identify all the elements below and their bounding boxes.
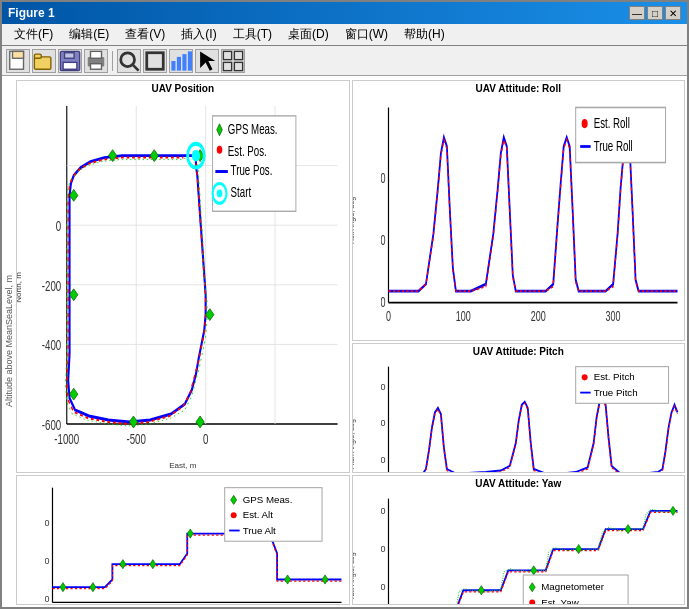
- layout-button[interactable]: [221, 49, 245, 73]
- svg-marker-98: [90, 582, 96, 591]
- svg-marker-126: [530, 566, 536, 575]
- svg-point-69: [581, 119, 587, 128]
- plot-altitude: Altitude, m Time, s 100 150 200 0 100 20…: [16, 475, 350, 605]
- plot-position-title: UAV Position: [17, 81, 349, 94]
- svg-text:Magnetometer: Magnetometer: [541, 581, 604, 592]
- svg-text:200: 200: [530, 308, 545, 323]
- svg-point-52: [217, 146, 223, 154]
- svg-rect-8: [91, 51, 102, 58]
- svg-text:Est. Pos.: Est. Pos.: [228, 143, 267, 159]
- minimize-button[interactable]: —: [629, 6, 645, 20]
- save-button[interactable]: [58, 49, 82, 73]
- window-title: Figure 1: [8, 6, 55, 20]
- svg-point-84: [581, 374, 587, 380]
- toolbar: [2, 46, 687, 76]
- svg-rect-9: [91, 63, 102, 69]
- svg-point-109: [231, 512, 237, 518]
- title-bar: Figure 1 — □ ✕: [2, 2, 687, 24]
- chart-button[interactable]: [169, 49, 193, 73]
- svg-marker-104: [285, 575, 291, 584]
- window-controls: — □ ✕: [629, 6, 681, 20]
- svg-rect-20: [223, 62, 231, 70]
- open-button[interactable]: [32, 49, 56, 73]
- svg-marker-97: [60, 582, 66, 591]
- svg-marker-40: [70, 289, 78, 301]
- svg-point-57: [217, 189, 223, 197]
- svg-point-10: [121, 52, 135, 66]
- menu-window[interactable]: 窗口(W): [337, 24, 396, 45]
- svg-text:Start: Start: [231, 185, 252, 201]
- roll-ylabel: Roll Angle, deg: [352, 197, 355, 244]
- svg-text:GPS Meas.: GPS Meas.: [228, 121, 278, 137]
- menu-tools[interactable]: 工具(T): [225, 24, 280, 45]
- svg-marker-46: [108, 150, 116, 162]
- svg-text:0: 0: [381, 294, 385, 309]
- svg-rect-19: [234, 51, 242, 59]
- alt-svg: 100 150 200 0 100 200 300: [45, 480, 345, 605]
- menu-bar: 文件(F) 编辑(E) 查看(V) 插入(I) 工具(T) 桌面(D) 窗口(W…: [2, 24, 687, 46]
- svg-text:-200: -200: [42, 278, 62, 294]
- svg-text:40: 40: [381, 170, 385, 185]
- svg-rect-13: [171, 61, 175, 71]
- svg-text:-400: -400: [42, 338, 62, 354]
- svg-text:0: 0: [56, 218, 62, 234]
- svg-rect-18: [223, 51, 231, 59]
- svg-text:200: 200: [381, 506, 385, 516]
- svg-rect-15: [182, 54, 186, 71]
- svg-text:30: 30: [381, 381, 385, 391]
- svg-text:True Pitch: True Pitch: [593, 386, 637, 397]
- figure-area: Altitude above MeanSeaLevel, m UAV Posit…: [2, 76, 687, 607]
- svg-line-11: [133, 65, 139, 71]
- pitch-ylabel: Pitch Angle, deg: [352, 419, 355, 470]
- plot-yaw-title: UAV Attitude: Yaw: [353, 476, 685, 489]
- menu-desktop[interactable]: 桌面(D): [280, 24, 337, 45]
- position-xlabel: East, m: [17, 461, 349, 470]
- svg-rect-5: [63, 62, 77, 69]
- svg-text:True Alt: True Alt: [243, 524, 276, 535]
- pitch-svg: 0 10 20 30 0 100 200 300: [381, 359, 681, 473]
- menu-file[interactable]: 文件(F): [6, 24, 61, 45]
- svg-marker-128: [625, 524, 631, 533]
- svg-text:100: 100: [45, 594, 49, 604]
- plot-pitch: UAV Attitude: Pitch Pitch Angle, deg 0 1…: [352, 343, 686, 473]
- svg-rect-12: [147, 52, 164, 69]
- plot-pitch-title: UAV Attitude: Pitch: [353, 344, 685, 357]
- svg-rect-14: [177, 56, 181, 70]
- svg-text:Est. Yaw: Est. Yaw: [541, 596, 579, 605]
- svg-text:0: 0: [203, 431, 209, 447]
- menu-edit[interactable]: 编辑(E): [61, 24, 117, 45]
- svg-text:0: 0: [381, 582, 385, 592]
- print-button[interactable]: [84, 49, 108, 73]
- svg-text:True Pos.: True Pos.: [231, 163, 273, 179]
- svg-marker-129: [670, 506, 676, 515]
- yaw-svg: -200 0 100 200 0 100 200 300: [381, 491, 681, 605]
- svg-marker-100: [150, 559, 156, 568]
- svg-text:Est. Pitch: Est. Pitch: [593, 371, 634, 382]
- plot-position: UAV Position North, m East, m: [16, 80, 350, 473]
- rect-button[interactable]: [143, 49, 167, 73]
- svg-text:0: 0: [385, 308, 390, 323]
- svg-text:10: 10: [381, 454, 385, 464]
- maximize-button[interactable]: □: [647, 6, 663, 20]
- zoom-button[interactable]: [117, 49, 141, 73]
- plot-yaw: UAV Attitude: Yaw Yaw Angle, deg Time, s…: [352, 475, 686, 605]
- menu-view[interactable]: 查看(V): [117, 24, 173, 45]
- svg-text:-600: -600: [42, 417, 62, 433]
- svg-text:-500: -500: [126, 431, 146, 447]
- menu-insert[interactable]: 插入(I): [173, 24, 224, 45]
- svg-marker-99: [120, 559, 126, 568]
- svg-marker-125: [478, 585, 484, 594]
- close-button[interactable]: ✕: [665, 6, 681, 20]
- svg-rect-3: [34, 54, 41, 58]
- cursor-button[interactable]: [195, 49, 219, 73]
- svg-text:True Roll: True Roll: [593, 138, 632, 155]
- svg-rect-16: [188, 51, 192, 70]
- svg-text:GPS Meas.: GPS Meas.: [243, 494, 293, 505]
- new-button[interactable]: [6, 49, 30, 73]
- position-ylabel: North, m: [16, 272, 23, 303]
- figure-side-label: Altitude above MeanSeaLevel, m: [4, 275, 14, 407]
- menu-help[interactable]: 帮助(H): [396, 24, 453, 45]
- svg-text:20: 20: [381, 232, 385, 247]
- svg-text:100: 100: [381, 544, 385, 554]
- svg-text:-1000: -1000: [54, 431, 79, 447]
